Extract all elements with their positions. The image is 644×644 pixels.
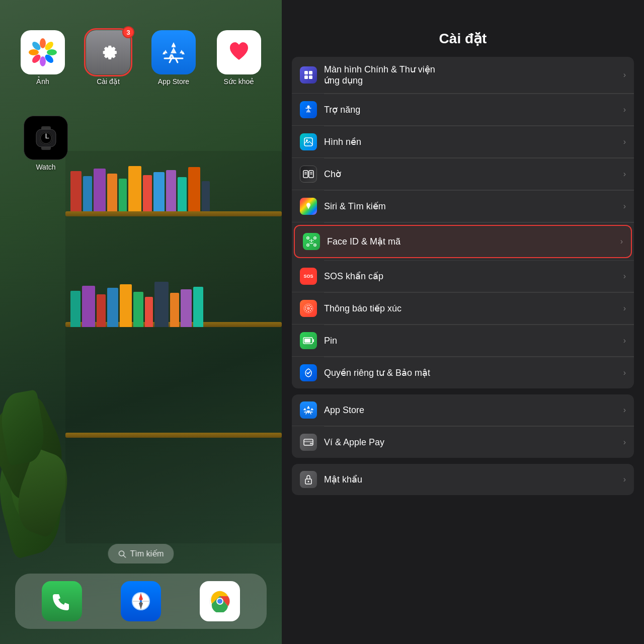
settings-item-sos[interactable]: SOS SOS khẩn cấp › xyxy=(292,261,634,292)
svg-point-61 xyxy=(308,481,309,482)
settings-list: Màn hình Chính & Thư việnứng dụng › Trợ … xyxy=(282,57,644,644)
settings-item-privacy[interactable]: Quyền riêng tư & Bảo mật › xyxy=(292,357,634,388)
svg-point-9 xyxy=(39,48,47,56)
app-grid-row1: Ảnh 3 Cài đặt xyxy=(15,30,267,86)
faceid-label: Face ID & Mật mã xyxy=(327,236,620,247)
settings-header: Cài đặt xyxy=(282,0,644,57)
svg-point-48 xyxy=(309,240,310,241)
books-shelf2 xyxy=(70,282,203,327)
svg-point-29 xyxy=(217,599,222,604)
hinnen-chevron: › xyxy=(623,137,626,146)
app-health[interactable]: Sức khoẻ xyxy=(211,30,267,86)
settings-item-cho[interactable]: Chờ › xyxy=(292,158,634,190)
wallet-chevron: › xyxy=(623,438,626,447)
settings-item-manhinh[interactable]: Màn hình Chính & Thư việnứng dụng › xyxy=(292,57,634,94)
home-screen: Ảnh 3 Cài đặt xyxy=(0,0,282,644)
appstore2-icon xyxy=(300,401,317,419)
svg-point-34 xyxy=(307,106,310,108)
shelf-area xyxy=(65,151,282,543)
sos-label: SOS khẩn cấp xyxy=(324,271,623,282)
privacy-label: Quyền riêng tư & Bảo mật xyxy=(324,367,623,378)
svg-rect-39 xyxy=(304,172,307,173)
svg-rect-32 xyxy=(304,75,308,79)
contactsos-label: Thông báo tiếp xúc xyxy=(324,303,623,314)
sos-chevron: › xyxy=(623,272,626,281)
siri-icon xyxy=(300,198,317,215)
dock xyxy=(15,574,267,629)
svg-point-5 xyxy=(40,56,46,66)
app-grid-row2: Watch xyxy=(24,116,68,171)
svg-point-43 xyxy=(307,204,309,206)
appstore2-label: App Store xyxy=(324,405,623,416)
app-watch-label: Watch xyxy=(36,163,55,171)
faceid-icon xyxy=(303,233,320,250)
svg-rect-31 xyxy=(309,71,312,74)
svg-rect-47 xyxy=(314,244,316,246)
settings-title: Cài đặt xyxy=(439,31,487,46)
password-label: Mật khẩu xyxy=(324,474,623,485)
settings-section-1: Màn hình Chính & Thư việnứng dụng › Trợ … xyxy=(292,57,634,388)
svg-point-3 xyxy=(47,49,57,55)
svg-rect-41 xyxy=(310,172,312,173)
svg-rect-59 xyxy=(310,443,312,444)
settings-item-siri[interactable]: Siri & Tìm kiếm › xyxy=(292,191,634,222)
cho-label: Chờ xyxy=(324,169,623,180)
settings-item-contactsos[interactable]: Thông báo tiếp xúc › xyxy=(292,293,634,325)
app-settings[interactable]: 3 Cài đặt xyxy=(80,30,136,86)
app-settings-label: Cài đặt xyxy=(97,77,120,86)
app-watch[interactable]: Watch xyxy=(24,116,68,171)
hinnen-label: Hình nền xyxy=(324,136,623,147)
sos-text: SOS xyxy=(303,274,313,279)
dock-chrome[interactable] xyxy=(200,581,240,621)
wallet-icon xyxy=(300,434,317,451)
settings-item-wallet[interactable]: Ví & Apple Pay › xyxy=(292,427,634,458)
pin-label: Pin xyxy=(324,336,623,346)
svg-point-49 xyxy=(312,240,313,241)
settings-badge: 3 xyxy=(122,26,134,38)
dock-safari[interactable] xyxy=(121,581,161,621)
search-placeholder: Tìm kiếm xyxy=(130,549,164,558)
settings-item-password[interactable]: Mật khẩu › xyxy=(292,464,634,495)
svg-point-7 xyxy=(29,49,39,55)
pin-icon xyxy=(300,332,317,349)
wallet-label: Ví & Apple Pay xyxy=(324,437,623,448)
contactsos-chevron: › xyxy=(623,304,626,313)
manhinh-chevron: › xyxy=(623,70,626,79)
password-chevron: › xyxy=(623,475,626,484)
tronang-chevron: › xyxy=(623,105,626,114)
settings-panel: Cài đặt Màn hình Chính & Thư việnứng dụn… xyxy=(282,0,644,644)
divider xyxy=(324,222,634,223)
dock-phone[interactable] xyxy=(42,581,82,621)
svg-point-25 xyxy=(140,600,142,602)
settings-item-appstore2[interactable]: App Store › xyxy=(292,394,634,426)
contactsos-icon xyxy=(300,300,317,317)
svg-rect-42 xyxy=(310,174,312,175)
settings-item-faceid[interactable]: Face ID & Mật mã › xyxy=(294,225,632,258)
search-bar[interactable]: Tìm kiếm xyxy=(108,544,174,564)
settings-item-hinnen[interactable]: Hình nền › xyxy=(292,126,634,158)
app-photos[interactable]: Ảnh xyxy=(15,30,70,86)
shelf-1 xyxy=(65,211,282,216)
svg-point-36 xyxy=(306,139,308,141)
privacy-icon xyxy=(300,364,317,381)
app-photos-label: Ảnh xyxy=(36,77,49,86)
password-icon xyxy=(300,471,317,488)
svg-line-20 xyxy=(124,555,126,557)
hinnen-icon xyxy=(300,133,317,150)
svg-rect-46 xyxy=(307,244,309,246)
svg-rect-54 xyxy=(313,339,314,342)
svg-rect-55 xyxy=(304,339,310,343)
app-appstore[interactable]: App Store xyxy=(146,30,201,86)
settings-item-tronang[interactable]: Trợ năng › xyxy=(292,94,634,126)
settings-section-2: App Store › Ví & Apple Pay › xyxy=(292,394,634,458)
settings-item-pin[interactable]: Pin › xyxy=(292,325,634,357)
svg-rect-45 xyxy=(314,237,316,239)
app-health-label: Sức khoẻ xyxy=(224,77,255,86)
privacy-chevron: › xyxy=(623,368,626,377)
svg-point-50 xyxy=(307,307,310,310)
siri-chevron: › xyxy=(623,202,626,211)
appstore2-chevron: › xyxy=(623,406,626,415)
pin-chevron: › xyxy=(623,336,626,345)
faceid-chevron: › xyxy=(620,237,623,246)
shelf-3 xyxy=(65,433,282,438)
